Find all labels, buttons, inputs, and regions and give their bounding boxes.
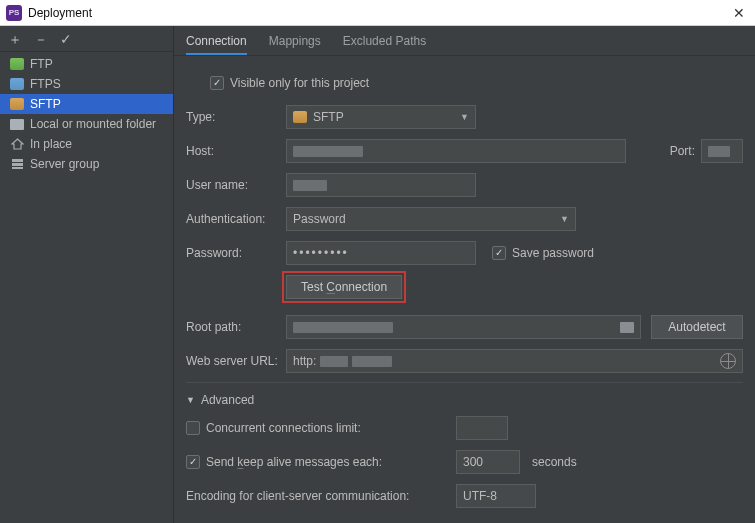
test-connection-label: Test Connection xyxy=(301,280,387,294)
save-password-label: Save password xyxy=(512,246,594,260)
host-input[interactable] xyxy=(286,139,626,163)
chevron-down-icon: ▼ xyxy=(560,214,569,224)
keepalive-label: Send keep alive messages each: xyxy=(206,455,456,469)
remove-button[interactable]: － xyxy=(34,32,48,46)
save-password-checkbox[interactable] xyxy=(492,246,506,260)
username-label: User name: xyxy=(186,178,286,192)
host-value-redacted xyxy=(293,146,363,157)
separator xyxy=(186,382,743,383)
browse-folder-icon[interactable] xyxy=(620,322,634,333)
port-value-redacted xyxy=(708,146,730,157)
deployment-sidebar: ＋ － ✓ FTP FTPS SFTP Local or mounted fol… xyxy=(0,26,174,523)
auth-select[interactable]: Password ▼ xyxy=(286,207,576,231)
test-connection-button[interactable]: Test Connection xyxy=(286,275,402,299)
webserver-url-redacted-2 xyxy=(352,356,392,367)
autodetect-label: Autodetect xyxy=(668,320,725,334)
auth-value: Password xyxy=(293,212,346,226)
keepalive-unit-label: seconds xyxy=(532,455,577,469)
visible-only-label: Visible only for this project xyxy=(230,76,369,90)
rootpath-input[interactable] xyxy=(286,315,641,339)
svg-rect-2 xyxy=(12,167,23,169)
advanced-header-label: Advanced xyxy=(201,393,254,407)
password-value: ••••••••• xyxy=(293,246,349,260)
ftp-icon xyxy=(10,58,24,70)
webserver-url-prefix: http: xyxy=(293,354,316,368)
chevron-down-icon: ▼ xyxy=(460,112,469,122)
port-label: Port: xyxy=(670,144,695,158)
tab-bar: Connection Mappings Excluded Paths xyxy=(174,26,755,56)
tab-excluded-paths[interactable]: Excluded Paths xyxy=(343,28,426,54)
keepalive-checkbox[interactable] xyxy=(186,455,200,469)
advanced-section-header[interactable]: ▼ Advanced xyxy=(186,393,743,407)
auth-label: Authentication: xyxy=(186,212,286,226)
content-pane: Connection Mappings Excluded Paths Visib… xyxy=(174,26,755,523)
app-icon: PS xyxy=(6,5,22,21)
svg-rect-0 xyxy=(12,159,23,162)
sidebar-item-inplace[interactable]: In place xyxy=(0,134,173,154)
autodetect-button[interactable]: Autodetect xyxy=(651,315,743,339)
tab-mappings[interactable]: Mappings xyxy=(269,28,321,54)
encoding-label: Encoding for client-server communication… xyxy=(186,489,456,503)
type-select[interactable]: SFTP ▼ xyxy=(286,105,476,129)
sftp-icon xyxy=(10,98,24,110)
visible-only-checkbox[interactable] xyxy=(210,76,224,90)
window-title: Deployment xyxy=(28,6,729,20)
host-label: Host: xyxy=(186,144,286,158)
webserver-url-redacted-1 xyxy=(320,356,348,367)
sidebar-item-sftp[interactable]: SFTP xyxy=(0,94,173,114)
rootpath-value-redacted xyxy=(293,322,393,333)
sidebar-item-local[interactable]: Local or mounted folder xyxy=(0,114,173,134)
sidebar-item-label: Local or mounted folder xyxy=(30,117,156,131)
add-button[interactable]: ＋ xyxy=(8,32,22,46)
port-input[interactable] xyxy=(701,139,743,163)
sftp-select-icon xyxy=(293,111,307,123)
type-label: Type: xyxy=(186,110,286,124)
sidebar-item-servergroup[interactable]: Server group xyxy=(0,154,173,174)
apply-button[interactable]: ✓ xyxy=(60,32,72,46)
deployment-tree: FTP FTPS SFTP Local or mounted folder In… xyxy=(0,52,173,174)
collapse-triangle-icon: ▼ xyxy=(186,395,195,405)
sidebar-item-label: FTP xyxy=(30,57,53,71)
sidebar-item-label: In place xyxy=(30,137,72,151)
keepalive-interval-input[interactable]: 300 xyxy=(456,450,520,474)
svg-rect-1 xyxy=(12,163,23,166)
home-icon xyxy=(10,138,24,150)
sidebar-item-label: Server group xyxy=(30,157,99,171)
concurrent-limit-input[interactable] xyxy=(456,416,508,440)
password-input[interactable]: ••••••••• xyxy=(286,241,476,265)
server-group-icon xyxy=(10,158,24,170)
keepalive-value: 300 xyxy=(463,455,483,469)
ftps-icon xyxy=(10,78,24,90)
folder-icon xyxy=(10,119,24,130)
window-close-button[interactable]: ✕ xyxy=(729,5,749,21)
webserver-label: Web server URL: xyxy=(186,354,286,368)
sidebar-toolbar: ＋ － ✓ xyxy=(0,26,173,52)
concurrent-limit-label: Concurrent connections limit: xyxy=(206,421,456,435)
encoding-value: UTF-8 xyxy=(463,489,497,503)
concurrent-limit-checkbox[interactable] xyxy=(186,421,200,435)
sidebar-item-label: SFTP xyxy=(30,97,61,111)
sidebar-item-label: FTPS xyxy=(30,77,61,91)
globe-icon[interactable] xyxy=(720,353,736,369)
tab-connection[interactable]: Connection xyxy=(186,28,247,54)
sidebar-item-ftp[interactable]: FTP xyxy=(0,54,173,74)
webserver-url-input[interactable]: http: xyxy=(286,349,743,373)
type-value: SFTP xyxy=(313,110,344,124)
rootpath-label: Root path: xyxy=(186,320,286,334)
encoding-input[interactable]: UTF-8 xyxy=(456,484,536,508)
sidebar-item-ftps[interactable]: FTPS xyxy=(0,74,173,94)
username-input[interactable] xyxy=(286,173,476,197)
password-label: Password: xyxy=(186,246,286,260)
username-value-redacted xyxy=(293,180,327,191)
